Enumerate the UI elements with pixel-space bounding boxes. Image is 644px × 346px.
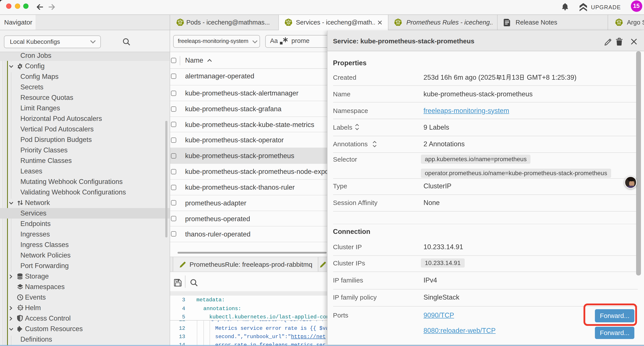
svg-text:HELM: HELM xyxy=(18,307,23,309)
